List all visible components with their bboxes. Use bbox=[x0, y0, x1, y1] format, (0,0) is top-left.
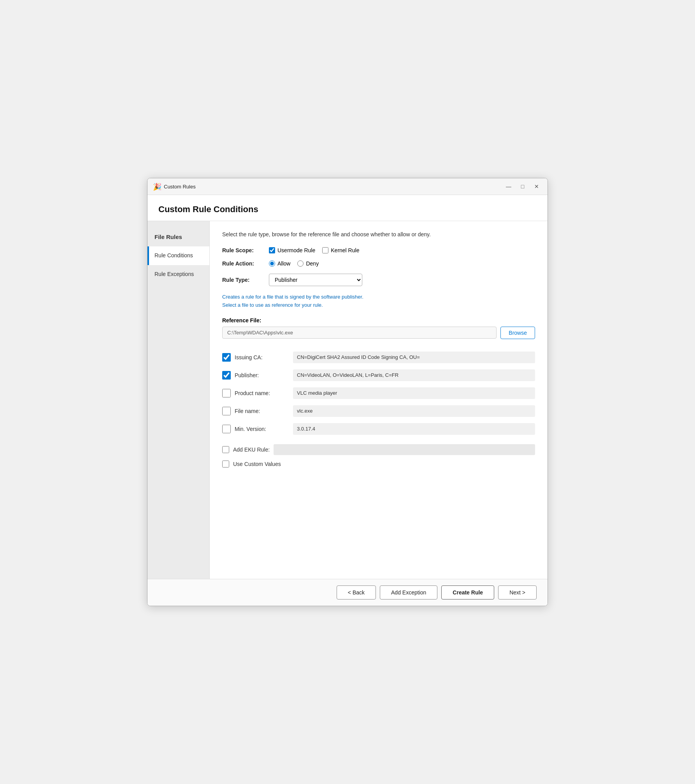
minimize-button[interactable]: — bbox=[503, 182, 514, 191]
kernel-rule-checkbox[interactable] bbox=[322, 247, 328, 253]
next-button[interactable]: Next > bbox=[498, 585, 537, 599]
rule-type-select[interactable]: Publisher Path Hash bbox=[269, 274, 362, 286]
close-button[interactable]: ✕ bbox=[531, 182, 542, 191]
use-custom-values-row: Use Custom Values bbox=[222, 461, 535, 468]
sidebar-item-rule-exceptions-label: Rule Exceptions bbox=[154, 271, 194, 277]
rule-action-label: Rule Action: bbox=[222, 260, 269, 267]
issuing-ca-label: Issuing CA: bbox=[235, 354, 293, 360]
kernel-rule-label: Kernel Rule bbox=[331, 247, 359, 253]
rule-type-label: Rule Type: bbox=[222, 277, 269, 283]
add-exception-button[interactable]: Add Exception bbox=[380, 585, 437, 599]
cert-row-file-name: File name: vlc.exe bbox=[222, 402, 535, 420]
rule-scope-row: Rule Scope: Usermode Rule Kernel Rule bbox=[222, 247, 535, 253]
title-bar: 🎉 Custom Rules — □ ✕ bbox=[147, 178, 548, 195]
app-icon: 🎉 bbox=[153, 183, 161, 190]
product-name-value: VLC media player bbox=[293, 387, 535, 399]
main-window: 🎉 Custom Rules — □ ✕ Custom Rule Conditi… bbox=[147, 178, 548, 606]
file-name-value: vlc.exe bbox=[293, 405, 535, 417]
publisher-value: CN=VideoLAN, O=VideoLAN, L=Paris, C=FR bbox=[293, 369, 535, 381]
rule-action-controls: Allow Deny bbox=[269, 260, 319, 267]
rule-scope-controls: Usermode Rule Kernel Rule bbox=[269, 247, 359, 253]
reference-file-label: Reference File: bbox=[222, 317, 535, 323]
rule-action-row: Rule Action: Allow Deny bbox=[222, 260, 535, 267]
kernel-rule-group[interactable]: Kernel Rule bbox=[322, 247, 359, 253]
reference-file-row: Browse bbox=[222, 327, 535, 339]
file-name-checkbox[interactable] bbox=[222, 407, 231, 415]
window-title: Custom Rules bbox=[164, 184, 503, 190]
maximize-button[interactable]: □ bbox=[517, 182, 528, 191]
cert-fields-section: Issuing CA: CN=DigiCert SHA2 Assured ID … bbox=[222, 348, 535, 438]
content-area: Select the rule type, browse for the ref… bbox=[210, 221, 548, 579]
sidebar-item-rule-conditions-label: Rule Conditions bbox=[154, 252, 193, 258]
add-eku-rule-checkbox[interactable] bbox=[222, 446, 229, 453]
file-name-label: File name: bbox=[235, 408, 293, 414]
issuing-ca-checkbox[interactable] bbox=[222, 353, 231, 362]
use-custom-values-label: Use Custom Values bbox=[233, 461, 281, 467]
footer: < Back Add Exception Create Rule Next > bbox=[147, 579, 548, 606]
deny-radio[interactable] bbox=[297, 260, 304, 267]
sidebar-item-rule-conditions[interactable]: Rule Conditions bbox=[147, 246, 209, 265]
use-custom-values-checkbox[interactable] bbox=[222, 461, 229, 468]
sidebar-item-file-rules-label: File Rules bbox=[154, 234, 182, 240]
reference-file-input[interactable] bbox=[222, 327, 497, 339]
publisher-label: Publisher: bbox=[235, 372, 293, 378]
cert-row-min-version: Min. Version: 3.0.17.4 bbox=[222, 420, 535, 438]
cert-row-issuing-ca: Issuing CA: CN=DigiCert SHA2 Assured ID … bbox=[222, 348, 535, 366]
deny-label: Deny bbox=[306, 260, 319, 267]
sidebar-item-rule-exceptions[interactable]: Rule Exceptions bbox=[147, 265, 209, 284]
sidebar-item-file-rules[interactable]: File Rules bbox=[147, 227, 209, 246]
back-button[interactable]: < Back bbox=[337, 585, 376, 599]
allow-radio-group[interactable]: Allow bbox=[269, 260, 290, 267]
deny-radio-group[interactable]: Deny bbox=[297, 260, 319, 267]
product-name-checkbox[interactable] bbox=[222, 389, 231, 397]
add-eku-rule-row: Add EKU Rule: bbox=[222, 444, 535, 455]
page-heading: Custom Rule Conditions bbox=[147, 195, 548, 221]
window-controls: — □ ✕ bbox=[503, 182, 542, 191]
publisher-checkbox[interactable] bbox=[222, 371, 231, 380]
min-version-label: Min. Version: bbox=[235, 426, 293, 432]
usermode-rule-checkbox[interactable] bbox=[269, 247, 275, 253]
info-text: Creates a rule for a file that is signed… bbox=[222, 293, 535, 309]
create-rule-button[interactable]: Create Rule bbox=[441, 585, 494, 599]
add-eku-rule-label: Add EKU Rule: bbox=[233, 446, 270, 453]
min-version-checkbox[interactable] bbox=[222, 425, 231, 433]
rule-type-row: Rule Type: Publisher Path Hash bbox=[222, 274, 535, 286]
min-version-value: 3.0.17.4 bbox=[293, 423, 535, 435]
add-eku-rule-value bbox=[274, 444, 535, 455]
browse-button[interactable]: Browse bbox=[500, 327, 535, 339]
usermode-rule-group[interactable]: Usermode Rule bbox=[269, 247, 315, 253]
page-description: Select the rule type, browse for the ref… bbox=[222, 230, 535, 239]
cert-row-publisher: Publisher: CN=VideoLAN, O=VideoLAN, L=Pa… bbox=[222, 366, 535, 384]
product-name-label: Product name: bbox=[235, 390, 293, 396]
issuing-ca-value: CN=DigiCert SHA2 Assured ID Code Signing… bbox=[293, 352, 535, 363]
rule-scope-label: Rule Scope: bbox=[222, 247, 269, 253]
cert-row-product-name: Product name: VLC media player bbox=[222, 384, 535, 402]
allow-label: Allow bbox=[277, 260, 290, 267]
usermode-rule-label: Usermode Rule bbox=[277, 247, 315, 253]
allow-radio[interactable] bbox=[269, 260, 275, 267]
main-layout: File Rules Rule Conditions Rule Exceptio… bbox=[147, 221, 548, 579]
sidebar: File Rules Rule Conditions Rule Exceptio… bbox=[147, 221, 210, 579]
